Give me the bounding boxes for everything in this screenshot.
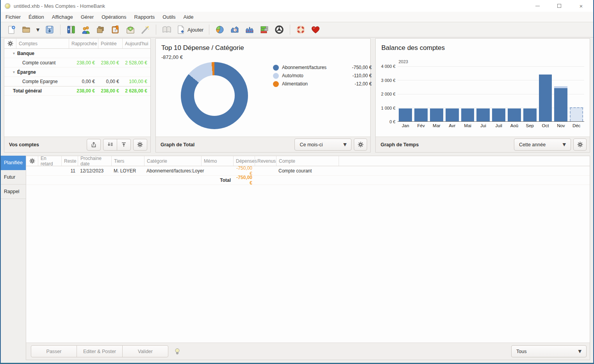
- scheduled-calendar-icon: 3: [111, 25, 120, 34]
- col-compte[interactable]: Compte: [276, 156, 339, 166]
- legend-item: Abonnement/factures -750,00 € 86,01%: [273, 64, 392, 71]
- scheduled-filter-dropdown[interactable]: Tous ▼: [511, 345, 587, 357]
- time-range-dropdown[interactable]: Cette année ▼: [514, 138, 571, 151]
- chevron-down-icon: ▼: [343, 142, 346, 147]
- tab-planifiee[interactable]: Planifiée: [1, 156, 26, 170]
- menu-edition[interactable]: Édition: [25, 12, 48, 21]
- scheduled-side-tabs: Planifiée Futur Rappel: [1, 156, 26, 360]
- collapse-triangle-icon[interactable]: ▾: [13, 51, 15, 55]
- export-icon: [91, 142, 97, 148]
- account-row-compte-epargne[interactable]: Compte Epargne 0,00 € 0,00 € 100,00 €: [4, 77, 150, 86]
- gear-icon: [358, 142, 364, 147]
- collapse-triangle-icon[interactable]: ▾: [13, 70, 15, 74]
- new-file-button[interactable]: [4, 23, 19, 36]
- accounts-table-header: Comptes Rapprochée Pointée Aujourd'hui: [4, 39, 150, 49]
- col-revenus[interactable]: Revenus: [255, 156, 276, 166]
- col-depenses[interactable]: Dépenses: [233, 156, 255, 166]
- accounts-footer: Vos comptes: [4, 137, 150, 152]
- account-group-banque[interactable]: ▾Banque: [4, 49, 150, 58]
- manage-payees-button[interactable]: [78, 23, 93, 36]
- legend-dot: [273, 73, 279, 79]
- time-chart-settings-button[interactable]: [573, 138, 587, 151]
- maximize-button[interactable]: [553, 2, 565, 10]
- menu-aide[interactable]: Aide: [180, 12, 198, 21]
- total-chart-panel: Top 10 Dépense / Catégorie -872,00 € Abo…: [155, 38, 371, 153]
- help-button[interactable]: [293, 23, 308, 36]
- col-pointee[interactable]: Pointée: [98, 39, 122, 48]
- col-reste[interactable]: Reste: [61, 156, 78, 166]
- report-vehicle-cost-button[interactable]: [272, 23, 287, 36]
- total-chart-settings-button[interactable]: [354, 138, 367, 151]
- manage-scheduled-button[interactable]: 3: [108, 23, 123, 36]
- minimize-button[interactable]: [532, 2, 543, 10]
- homebank-logo-icon: [5, 3, 11, 9]
- expand-all-button[interactable]: [103, 139, 117, 151]
- legend-item: Auto/moto -110,00 € 12,61%: [273, 73, 392, 79]
- skip-button[interactable]: Passer: [31, 345, 77, 357]
- total-chart-footer: Graph de Total Ce mois-ci ▼: [156, 137, 371, 152]
- col-categorie[interactable]: Catégorie: [144, 156, 201, 166]
- menu-operations[interactable]: Opérations: [98, 12, 130, 21]
- payees-icon: [81, 25, 91, 34]
- accounts-settings-button[interactable]: [133, 139, 147, 151]
- accounts-columns-gear-button[interactable]: [4, 39, 16, 48]
- open-account-button[interactable]: [87, 139, 101, 151]
- menu-rapports[interactable]: Rapports: [130, 12, 159, 21]
- tab-rappel[interactable]: Rappel: [1, 185, 26, 199]
- vehicle-wheel-icon: [275, 25, 284, 34]
- total-chart-amount: -872,00 €: [161, 54, 183, 60]
- tab-futur[interactable]: Futur: [1, 170, 26, 185]
- legend-dot: [273, 81, 279, 87]
- scheduled-columns-gear-button[interactable]: [26, 156, 38, 166]
- account-row-compte-courant[interactable]: Compte courant 238,00 € 238,00 € 2 528,0…: [4, 58, 150, 67]
- donate-button[interactable]: [308, 23, 323, 36]
- col-tiers[interactable]: Tiers: [111, 156, 144, 166]
- scheduled-table-header: En retard Reste Prochaine date Tiers Cat…: [26, 156, 590, 166]
- total-footer-label: Graph de Total: [161, 142, 293, 147]
- account-group-epargne[interactable]: ▾Épargne: [4, 67, 150, 77]
- col-aujourdhui[interactable]: Aujourd'hui: [122, 39, 150, 48]
- donut-chart: [181, 62, 248, 129]
- scheduled-row[interactable]: 11 12/12/2023 M. LOYER Abonnement/factur…: [26, 166, 590, 176]
- show-ledger-button[interactable]: [159, 23, 174, 36]
- budget-report-icon: [260, 25, 269, 34]
- open-file-button[interactable]: [19, 23, 34, 36]
- menu-gerer[interactable]: Gérer: [77, 12, 98, 21]
- year-label: 2023: [398, 59, 408, 64]
- save-button[interactable]: [42, 23, 57, 36]
- lifebuoy-icon: [296, 25, 305, 34]
- total-range-dropdown[interactable]: Ce mois-ci ▼: [294, 138, 351, 151]
- gear-icon: [137, 142, 143, 147]
- report-budget-button[interactable]: [257, 23, 272, 36]
- menu-fichier[interactable]: Fichier: [2, 12, 25, 21]
- report-statistics-button[interactable]: [212, 23, 227, 36]
- scheduled-panel: En retard Reste Prochaine date Tiers Cat…: [26, 156, 590, 360]
- titlebar: untitled.xhb - Mes Comptes - HomeBank ×: [1, 0, 593, 12]
- col-rapprochee[interactable]: Rapprochée: [69, 39, 98, 48]
- balance-report-icon: [245, 25, 254, 34]
- manage-accounts-button[interactable]: [64, 23, 78, 36]
- lightbulb-icon: [175, 348, 180, 355]
- collapse-all-button[interactable]: [117, 139, 131, 151]
- edit-post-button[interactable]: Editer & Poster: [77, 345, 123, 357]
- manage-categories-button[interactable]: [93, 23, 108, 36]
- accounts-ledger-icon: [66, 25, 76, 34]
- add-operation-label: Ajouter: [187, 27, 203, 33]
- toolbar: ▼: [1, 22, 593, 37]
- report-balance-button[interactable]: [242, 23, 257, 36]
- col-en-retard[interactable]: En retard: [38, 156, 61, 166]
- col-comptes[interactable]: Comptes: [16, 39, 69, 48]
- manage-budget-button[interactable]: [123, 23, 138, 36]
- menubar: Fichier Édition Affichage Gérer Opératio…: [1, 12, 593, 22]
- report-trend-time-button[interactable]: [227, 23, 242, 36]
- time-x-axis: JanFévMarAvrMaiJuiJuilAoûSepOctNovDéc: [398, 123, 584, 128]
- post-button[interactable]: Valider: [122, 345, 168, 357]
- add-operation-button[interactable]: Ajouter: [174, 23, 206, 36]
- col-memo[interactable]: Mémo: [201, 156, 233, 166]
- menu-outils[interactable]: Outils: [159, 12, 179, 21]
- menu-affichage[interactable]: Affichage: [48, 12, 77, 21]
- manage-assignments-button[interactable]: [138, 23, 153, 36]
- col-prochaine-date[interactable]: Prochaine date: [78, 156, 111, 166]
- open-recent-button[interactable]: ▼: [34, 23, 42, 36]
- close-button[interactable]: ×: [575, 2, 587, 10]
